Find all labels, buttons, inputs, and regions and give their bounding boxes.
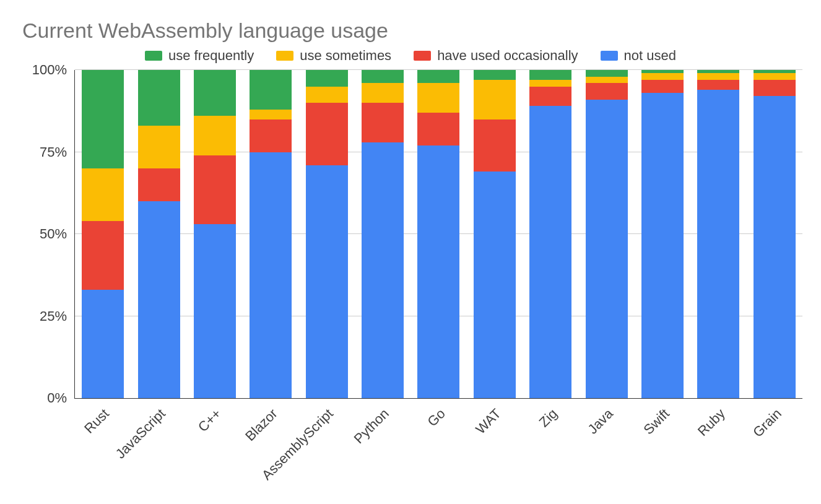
chart-title: Current WebAssembly language usage [22, 19, 802, 43]
bar-segment [250, 119, 292, 152]
y-tick-label: 50% [40, 226, 67, 242]
bar-segment [529, 70, 571, 80]
bar-segment [82, 168, 124, 221]
legend-item: not used [601, 48, 676, 64]
x-tick-label: JavaScript [112, 406, 168, 462]
bar-segment [138, 201, 180, 398]
bar-segment [586, 100, 628, 398]
bar-column [586, 70, 628, 398]
bar-column [250, 70, 292, 398]
bar-segment [641, 93, 684, 398]
bar-segment [306, 70, 348, 87]
bar-column [697, 70, 739, 398]
x-tick-label: Rust [81, 406, 112, 437]
bar-segment [586, 77, 628, 84]
bar-segment [474, 119, 516, 172]
bar-segment [82, 221, 124, 290]
y-tick-label: 75% [40, 144, 67, 160]
bar-segment [82, 70, 124, 168]
bar-segment [641, 73, 684, 80]
y-tick-label: 0% [47, 390, 67, 406]
bar-column [82, 70, 124, 398]
x-tick-label: Java [585, 406, 617, 437]
bar-segment [697, 80, 739, 90]
bar-segment [306, 103, 348, 165]
legend-swatch [414, 51, 431, 61]
bar-column [417, 70, 459, 398]
bar-segment [754, 96, 796, 398]
x-tick-label: Ruby [695, 406, 729, 440]
bar-segment [362, 142, 404, 398]
plot-area [74, 70, 802, 399]
legend-label: have used occasionally [437, 48, 578, 64]
legend-swatch [145, 51, 162, 61]
bar-column [754, 70, 796, 398]
x-tick-label: WAT [473, 406, 505, 437]
bar-column [362, 70, 404, 398]
x-tick-label: Blazor [242, 406, 280, 444]
bar-segment [474, 172, 516, 398]
y-tick-label: 100% [32, 62, 67, 78]
bar-segment [641, 80, 684, 93]
bar-segment [586, 70, 628, 77]
legend-swatch [276, 51, 293, 61]
bar-segment [417, 113, 459, 146]
y-tick-label: 25% [40, 308, 67, 324]
bar-segment [250, 70, 292, 110]
bar-segment [697, 90, 739, 398]
bar-segment [417, 83, 459, 113]
legend-label: not used [624, 48, 676, 64]
bar-segment [474, 70, 516, 80]
bar-segment [697, 73, 739, 80]
chart-container: Current WebAssembly language usage use f… [0, 0, 821, 504]
bar-segment [417, 146, 459, 398]
bar-segment [362, 103, 404, 142]
bar-segment [754, 73, 796, 80]
bars-group [75, 70, 802, 398]
x-axis: RustJavaScriptC++BlazorAssemblyScriptPyt… [74, 398, 802, 503]
bar-column [194, 70, 236, 398]
bar-segment [529, 106, 571, 398]
x-tick-label: Zig [536, 406, 560, 430]
bar-segment [138, 70, 180, 126]
bar-segment [362, 83, 404, 103]
bar-segment [754, 80, 796, 97]
bar-column [138, 70, 180, 398]
legend-item: use sometimes [276, 48, 391, 64]
bar-column [641, 70, 684, 398]
bar-segment [138, 168, 180, 201]
bar-segment [194, 116, 236, 155]
x-tick-label: Python [351, 406, 393, 447]
bar-column [306, 70, 348, 398]
bar-segment [529, 80, 571, 87]
bar-segment [194, 70, 236, 116]
bar-segment [138, 126, 180, 168]
bar-segment [306, 165, 348, 398]
legend-label: use sometimes [300, 48, 391, 64]
x-tick-label: Grain [750, 406, 784, 440]
bar-segment [306, 87, 348, 103]
bar-segment [529, 87, 571, 106]
bar-column [474, 70, 516, 398]
bar-segment [194, 224, 236, 398]
bar-segment [474, 80, 516, 119]
legend-label: use frequently [168, 48, 254, 64]
bar-segment [250, 152, 292, 399]
chart-legend: use frequentlyuse sometimeshave used occ… [19, 48, 802, 64]
legend-swatch [601, 51, 618, 61]
bar-column [529, 70, 571, 398]
bar-segment [362, 70, 404, 83]
x-tick-label: Swift [640, 406, 672, 438]
legend-item: use frequently [145, 48, 254, 64]
y-axis: 0%25%50%75%100% [19, 70, 74, 398]
x-tick-label: Go [424, 406, 448, 430]
bar-segment [82, 290, 124, 398]
plot-row: 0%25%50%75%100% [19, 70, 802, 398]
bar-segment [250, 110, 292, 119]
x-tick-label: C++ [195, 406, 225, 435]
bar-segment [194, 155, 236, 224]
bar-segment [417, 70, 459, 83]
bar-segment [586, 83, 628, 100]
legend-item: have used occasionally [414, 48, 578, 64]
